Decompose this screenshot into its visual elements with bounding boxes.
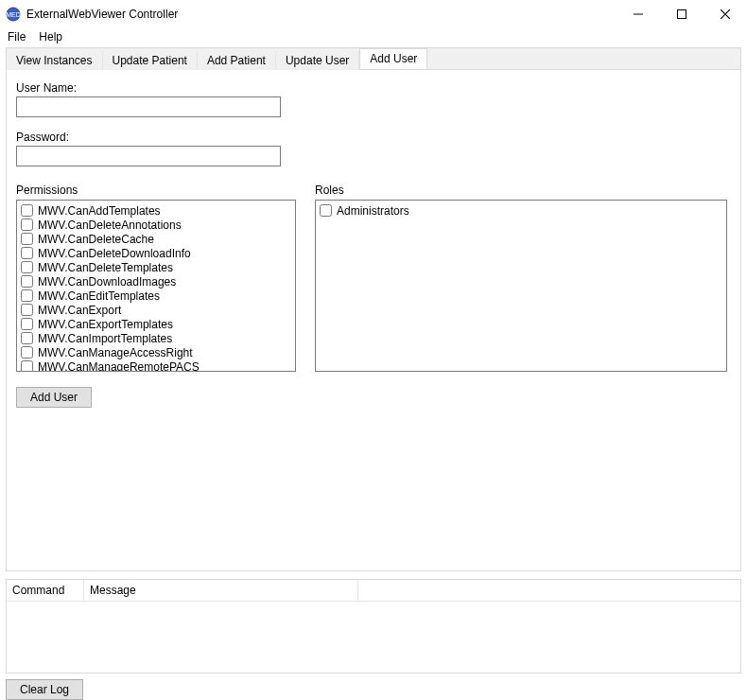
permission-checkbox[interactable] <box>21 318 33 330</box>
permission-item-label: MWV.CanManageAccessRight <box>38 346 193 359</box>
permission-item[interactable]: MWV.CanManageRemotePACS <box>21 359 291 372</box>
password-input[interactable] <box>16 146 281 166</box>
tab-view-instances[interactable]: View Instances <box>7 51 103 70</box>
log-col-message[interactable]: Message <box>84 580 358 601</box>
tab-update-patient[interactable]: Update Patient <box>103 51 198 70</box>
permission-checkbox[interactable] <box>21 346 33 359</box>
permission-checkbox[interactable] <box>21 261 33 273</box>
tab-update-user[interactable]: Update User <box>276 51 359 70</box>
tab-strip: View Instances Update Patient Add Patien… <box>6 47 741 70</box>
permission-item-label: MWV.CanAddTemplates <box>38 204 161 218</box>
tab-add-patient[interactable]: Add Patient <box>198 51 276 70</box>
permissions-label: Permissions <box>16 184 296 197</box>
permission-item[interactable]: MWV.CanExportTemplates <box>21 317 291 331</box>
app-icon: MED <box>6 7 21 22</box>
permission-item-label: MWV.CanExport <box>38 304 121 317</box>
role-item-label: Administrators <box>337 204 409 218</box>
log-col-spacer <box>358 580 740 601</box>
titlebar: MED ExternalWebViewer Controller <box>0 0 747 28</box>
permission-item[interactable]: MWV.CanAddTemplates <box>21 203 291 218</box>
tab-add-user[interactable]: Add User <box>359 48 427 69</box>
tab-panel-add-user: User Name: Password: Permissions MWV.Can… <box>6 70 741 571</box>
permission-item[interactable]: MWV.CanDeleteCache <box>21 232 291 246</box>
role-checkbox[interactable] <box>320 204 332 217</box>
permission-checkbox[interactable] <box>21 304 33 316</box>
menu-file[interactable]: File <box>8 30 26 44</box>
permission-item[interactable]: MWV.CanImportTemplates <box>21 331 291 345</box>
permission-item-label: MWV.CanDeleteAnnotations <box>38 219 182 232</box>
roles-label: Roles <box>315 184 727 197</box>
permission-item[interactable]: MWV.CanDeleteTemplates <box>21 260 291 274</box>
username-label: User Name: <box>16 81 731 95</box>
permission-checkbox[interactable] <box>21 247 33 259</box>
close-button[interactable] <box>704 0 747 28</box>
roles-listbox[interactable]: Administrators <box>315 200 727 372</box>
menubar: File Help <box>0 28 747 47</box>
log-table: Command Message <box>6 579 741 674</box>
permission-checkbox[interactable] <box>21 332 33 344</box>
svg-rect-3 <box>678 10 686 19</box>
log-col-command[interactable]: Command <box>7 580 84 601</box>
password-label: Password: <box>16 131 731 144</box>
maximize-button[interactable] <box>660 0 704 28</box>
permission-item[interactable]: MWV.CanDeleteAnnotations <box>21 218 291 232</box>
permission-item[interactable]: MWV.CanExport <box>21 303 291 317</box>
permission-item-label: MWV.CanDeleteDownloadInfo <box>38 247 191 260</box>
username-input[interactable] <box>16 96 281 117</box>
permission-item-label: MWV.CanDownloadImages <box>38 275 176 289</box>
permission-checkbox[interactable] <box>21 204 33 217</box>
permission-item-label: MWV.CanEditTemplates <box>38 289 160 303</box>
menu-help[interactable]: Help <box>39 30 62 44</box>
permission-item-label: MWV.CanExportTemplates <box>38 318 173 331</box>
permission-checkbox[interactable] <box>21 219 33 231</box>
permission-checkbox[interactable] <box>21 289 33 302</box>
minimize-button[interactable] <box>617 0 660 28</box>
permission-checkbox[interactable] <box>21 275 33 288</box>
permission-item-label: MWV.CanDeleteCache <box>38 233 154 246</box>
svg-text:MED: MED <box>6 11 21 18</box>
add-user-button[interactable]: Add User <box>16 387 92 408</box>
role-item[interactable]: Administrators <box>320 203 722 218</box>
permission-item-label: MWV.CanDeleteTemplates <box>38 261 173 274</box>
permission-item[interactable]: MWV.CanDeleteDownloadInfo <box>21 246 291 260</box>
permission-item[interactable]: MWV.CanManageAccessRight <box>21 345 291 359</box>
permission-checkbox[interactable] <box>21 360 33 372</box>
permission-item-label: MWV.CanManageRemotePACS <box>38 360 200 373</box>
permission-item-label: MWV.CanImportTemplates <box>38 332 172 345</box>
permissions-listbox[interactable]: MWV.CanAddTemplatesMWV.CanDeleteAnnotati… <box>16 200 296 372</box>
clear-log-button[interactable]: Clear Log <box>6 679 83 700</box>
window-title: ExternalWebViewer Controller <box>26 8 178 21</box>
permission-checkbox[interactable] <box>21 233 33 245</box>
permission-item[interactable]: MWV.CanDownloadImages <box>21 274 291 289</box>
permission-item[interactable]: MWV.CanEditTemplates <box>21 289 291 303</box>
